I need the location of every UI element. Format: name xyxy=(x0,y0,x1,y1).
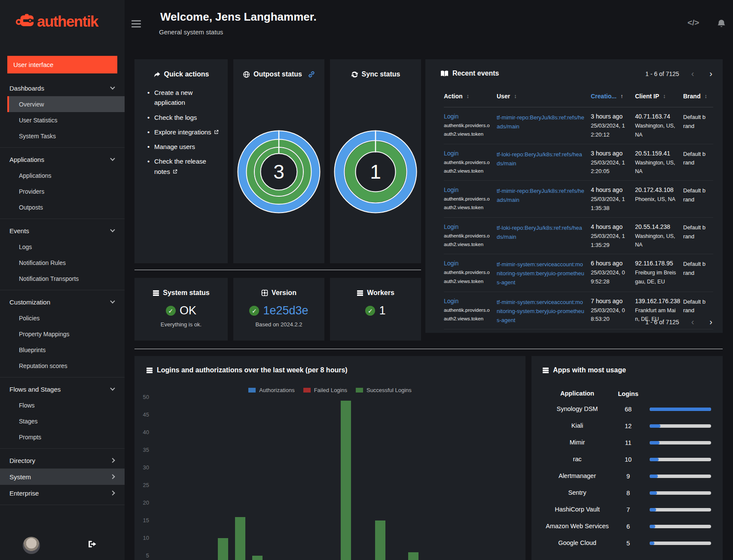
chart-bar xyxy=(252,556,263,560)
quick-action-check-the-release-notes[interactable]: Check the release notes xyxy=(147,156,223,177)
event-user-link[interactable]: tf-mimir-repo:BeryJu/k8s:ref:refs/heads/… xyxy=(497,186,585,204)
sidebar-item-policies[interactable]: Policies xyxy=(7,310,125,326)
chart-bar xyxy=(341,401,351,560)
event-context: authentik.providers.oauth2.views.token xyxy=(444,231,491,249)
sidebar-section-flows-and-stages[interactable]: Flows and Stages xyxy=(0,381,125,397)
sidebar-section-dashboards[interactable]: Dashboards xyxy=(0,80,125,96)
code-icon[interactable]: </> xyxy=(687,18,699,27)
event-client-ip: 20.55.14.238 xyxy=(635,223,677,230)
outpost-icon xyxy=(243,71,250,78)
app-name: Mimir xyxy=(531,438,614,447)
logout-icon[interactable] xyxy=(88,540,97,548)
sidebar-item-user-statistics[interactable]: User Statistics xyxy=(7,112,125,128)
prev-page-icon[interactable]: ‹ xyxy=(691,317,694,327)
sync-status-title: Sync status xyxy=(362,70,400,78)
next-page-icon[interactable]: › xyxy=(709,69,712,79)
bar-chart-plot: 5045403530252015105 xyxy=(134,356,525,560)
sync-count: 1 xyxy=(333,129,418,215)
divider xyxy=(0,147,125,148)
app-login-count: 5 xyxy=(614,540,642,547)
quick-action-explore-integrations[interactable]: Explore integrations xyxy=(147,127,223,137)
system-status-card: System status ✓ OK Everything is ok. xyxy=(134,278,228,341)
sidebar-section-applications[interactable]: Applications xyxy=(0,151,125,167)
sidebar-item-property-mappings[interactable]: Property Mappings xyxy=(7,326,125,342)
event-row: Loginauthentik.providers.oauth2.views.to… xyxy=(444,254,713,292)
sidebar-item-outposts[interactable]: Outposts xyxy=(7,199,125,215)
app-login-count: 6 xyxy=(614,523,642,530)
server-icon xyxy=(357,290,363,296)
sidebar-section-label: Flows and Stages xyxy=(9,386,61,393)
chevron-right-icon xyxy=(110,458,115,463)
column-header-brand[interactable]: Brand↕ xyxy=(683,93,713,100)
sidebar-item-notification-transports[interactable]: Notification Transports xyxy=(7,271,125,286)
next-page-icon[interactable]: › xyxy=(709,317,712,327)
sidebar-item-prompts[interactable]: Prompts xyxy=(7,429,125,445)
event-action-link[interactable]: Login xyxy=(444,223,491,230)
event-action-link[interactable]: Login xyxy=(444,113,491,120)
column-header-creatio-[interactable]: Creatio...↑ xyxy=(591,93,635,100)
user-interface-button[interactable]: User interface xyxy=(7,56,117,73)
y-axis-tick: 45 xyxy=(134,411,149,418)
event-action-link[interactable]: Login xyxy=(444,298,491,304)
apps-usage-table: ApplicationLoginsSynology DSM68Kiali12Mi… xyxy=(531,387,723,551)
event-user-link[interactable]: tf-mimir-system:serviceaccount:monitorin… xyxy=(497,260,585,287)
app-usage-bar xyxy=(650,508,711,511)
sidebar-section-events[interactable]: Events xyxy=(0,222,125,239)
column-header-client-ip[interactable]: Client IP↕ xyxy=(635,93,683,100)
recent-events-title: Recent events xyxy=(452,70,499,77)
quick-action-create-a-new-application[interactable]: Create a new application xyxy=(147,88,223,108)
avatar[interactable] xyxy=(23,537,40,554)
version-value[interactable]: 1e25d3e xyxy=(263,304,308,317)
column-header-action[interactable]: Action↕ xyxy=(444,93,497,100)
column-header-user[interactable]: User↕ xyxy=(497,93,591,100)
event-context: authentik.providers.oauth2.views.token xyxy=(444,268,491,285)
external-link-icon xyxy=(213,130,219,134)
prev-page-icon[interactable]: ‹ xyxy=(691,69,694,79)
app-usage-row: rac10 xyxy=(531,451,723,468)
sidebar-section-directory[interactable]: Directory xyxy=(0,452,125,469)
link-icon[interactable] xyxy=(308,71,315,78)
sidebar-item-reputation-scores[interactable]: Reputation scores xyxy=(7,358,125,374)
sidebar-section-customization[interactable]: Customization xyxy=(0,294,125,310)
event-brand: Default brand xyxy=(683,113,707,131)
book-icon xyxy=(440,70,449,77)
event-client-ip: 20.172.43.108 xyxy=(635,186,677,193)
sidebar-item-providers[interactable]: Providers xyxy=(7,183,125,199)
pagination-label: 1 - 6 of 7125 xyxy=(645,319,679,326)
divider xyxy=(134,270,421,270)
server-icon xyxy=(153,290,159,296)
event-user-link[interactable]: tf-mimir-repo:BeryJu/k8s:ref:refs/heads/… xyxy=(497,113,585,131)
quick-action-check-the-logs[interactable]: Check the logs xyxy=(147,113,223,122)
event-user-link[interactable]: tf-loki-repo:BeryJu/k8s:ref:refs/heads/m… xyxy=(497,150,585,168)
app-usage-bar xyxy=(650,525,711,528)
sidebar-item-system-tasks[interactable]: System Tasks xyxy=(7,128,125,144)
event-action-link[interactable]: Login xyxy=(444,150,491,157)
sidebar-item-notification-rules[interactable]: Notification Rules xyxy=(7,255,125,271)
quick-actions-card: Quick actions Create a new applicationCh… xyxy=(134,59,228,263)
app-usage-bar xyxy=(650,542,711,545)
quick-actions-icon xyxy=(153,71,161,78)
sidebar-section-label: Dashboards xyxy=(9,85,44,92)
event-user-link[interactable]: tf-loki-repo:BeryJu/k8s:ref:refs/heads/m… xyxy=(497,223,585,241)
app-login-count: 12 xyxy=(614,423,642,429)
sidebar-item-applications[interactable]: Applications xyxy=(7,167,125,183)
sidebar-item-logs[interactable]: Logs xyxy=(7,239,125,255)
logins-chart-card: Logins and authorizations over the last … xyxy=(134,356,525,560)
sidebar-item-flows[interactable]: Flows xyxy=(7,397,125,413)
chevron-down-icon xyxy=(110,85,115,89)
quick-action-manage-users[interactable]: Manage users xyxy=(147,142,223,152)
chevron-down-icon xyxy=(110,386,115,390)
sidebar-item-stages[interactable]: Stages xyxy=(7,413,125,429)
sidebar-section-system[interactable]: System xyxy=(0,469,125,485)
event-user-link[interactable]: tf-mimir-system:serviceaccount:monitorin… xyxy=(497,298,585,325)
sidebar-section-enterprise[interactable]: Enterprise xyxy=(0,485,125,501)
bell-icon[interactable] xyxy=(717,19,726,29)
event-time-ago: 4 hours ago xyxy=(591,223,629,230)
sidebar-item-blueprints[interactable]: Blueprints xyxy=(7,342,125,358)
event-action-link[interactable]: Login xyxy=(444,186,491,193)
sidebar-item-overview[interactable]: Overview xyxy=(7,96,125,112)
event-location: Phoenix, US, NA xyxy=(635,195,677,204)
sync-donut-chart: 1 xyxy=(333,129,418,215)
hamburger-icon[interactable] xyxy=(131,20,141,29)
event-action-link[interactable]: Login xyxy=(444,260,491,267)
